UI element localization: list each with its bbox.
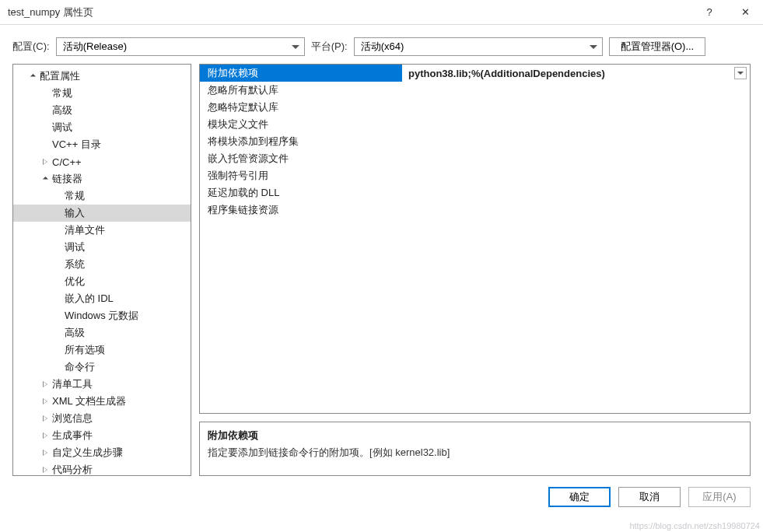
tree-item-linker-input[interactable]: 输入 (13, 205, 191, 222)
apply-button: 应用(A) (688, 487, 751, 507)
grid-row[interactable]: 延迟加载的 DLL (200, 184, 750, 201)
property-grid[interactable]: 附加依赖项 python38.lib;%(AdditionalDependenc… (199, 64, 751, 414)
grid-key: 延迟加载的 DLL (200, 186, 402, 200)
config-manager-button[interactable]: 配置管理器(O)... (609, 37, 706, 56)
tree-label: 嵌入的 IDL (65, 292, 114, 306)
tree-label: Windows 元数据 (65, 309, 138, 323)
grid-key: 忽略所有默认库 (200, 83, 402, 97)
tree-item-linker-adv[interactable]: 高级 (13, 324, 191, 341)
cancel-button[interactable]: 取消 (618, 487, 681, 507)
window-title: test_numpy 属性页 (8, 5, 691, 19)
tree-label: 常规 (52, 86, 72, 100)
close-icon: ✕ (741, 6, 750, 18)
toolbar: 配置(C): 活动(Release) 平台(P): 活动(x64) 配置管理器(… (0, 25, 763, 64)
collapse-icon[interactable] (40, 156, 51, 167)
platform-label: 平台(P): (311, 40, 348, 54)
tree-item-linker-manifest[interactable]: 清单文件 (13, 222, 191, 239)
dropdown-icon[interactable] (734, 67, 747, 79)
grid-key: 嵌入托管资源文件 (200, 152, 402, 166)
watermark: https://blog.csdn.net/zsh19980724 (629, 521, 760, 530)
tree-item-linker-allopts[interactable]: 所有选项 (13, 341, 191, 359)
tree-item-xmldoc[interactable]: XML 文档生成器 (13, 393, 191, 410)
tree-label: 调试 (52, 121, 72, 135)
config-combo[interactable]: 活动(Release) (56, 37, 305, 56)
collapse-icon[interactable] (40, 413, 51, 424)
grid-row[interactable]: 模块定义文件 (200, 116, 750, 133)
grid-row[interactable]: 将模块添加到程序集 (200, 133, 750, 150)
collapse-icon[interactable] (40, 447, 51, 458)
tree-item-linker-optim[interactable]: 优化 (13, 273, 191, 290)
chevron-down-icon (590, 45, 597, 49)
tree-label: 配置属性 (40, 69, 80, 83)
grid-row[interactable]: 程序集链接资源 (200, 201, 750, 219)
tree-item-root[interactable]: 配置属性 (13, 68, 191, 85)
platform-value: 活动(x64) (361, 40, 404, 54)
tree-label: 浏览信息 (52, 411, 93, 425)
tree-item-linker-cmd[interactable]: 命令行 (13, 359, 191, 376)
tree-item-codeanalysis[interactable]: 代码分析 (13, 461, 191, 476)
tree-label: 链接器 (52, 172, 82, 186)
tree-item-custombuild[interactable]: 自定义生成步骤 (13, 444, 191, 461)
tree-item-browse[interactable]: 浏览信息 (13, 410, 191, 427)
grid-row[interactable]: 强制符号引用 (200, 167, 750, 184)
close-button[interactable]: ✕ (727, 0, 763, 25)
grid-row[interactable]: 嵌入托管资源文件 (200, 150, 750, 167)
expand-icon[interactable] (40, 173, 51, 184)
collapse-icon[interactable] (40, 379, 51, 390)
tree-item-advanced[interactable]: 高级 (13, 102, 191, 119)
tree-item-linker-general[interactable]: 常规 (13, 187, 191, 205)
ok-button[interactable]: 确定 (548, 487, 611, 507)
config-label: 配置(C): (12, 40, 50, 54)
tree-item-linker[interactable]: 链接器 (13, 170, 191, 187)
tree-label: 代码分析 (52, 463, 93, 476)
grid-key: 模块定义文件 (200, 117, 402, 131)
grid-value-text: python38.lib;%(AdditionalDependencies) (408, 68, 605, 79)
tree-item-linker-system[interactable]: 系统 (13, 256, 191, 273)
tree-label: 调试 (65, 240, 85, 254)
tree-item-ccpp[interactable]: C/C++ (13, 153, 191, 170)
description-title: 附加依赖项 (208, 429, 742, 443)
tree-label: XML 文档生成器 (52, 394, 126, 408)
grid-key: 将模块添加到程序集 (200, 135, 402, 149)
tree-item-debug[interactable]: 调试 (13, 119, 191, 136)
collapse-icon[interactable] (40, 430, 51, 441)
tree-label: 所有选项 (65, 343, 105, 357)
tree-label: 生成事件 (52, 429, 93, 443)
footer: 确定 取消 应用(A) (0, 476, 763, 518)
right-panel: 附加依赖项 python38.lib;%(AdditionalDependenc… (199, 64, 751, 476)
collapse-icon[interactable] (40, 396, 51, 407)
grid-key: 忽略特定默认库 (200, 100, 402, 114)
grid-row[interactable]: 忽略所有默认库 (200, 82, 750, 99)
tree-item-linker-idl[interactable]: 嵌入的 IDL (13, 290, 191, 307)
tree-label: C/C++ (52, 156, 82, 168)
tree-label: 命令行 (65, 360, 95, 374)
grid-value[interactable]: python38.lib;%(AdditionalDependencies) (402, 65, 750, 82)
help-icon: ? (706, 6, 712, 18)
collapse-icon[interactable] (40, 464, 51, 475)
config-value: 活动(Release) (63, 40, 127, 54)
grid-row[interactable]: 忽略特定默认库 (200, 99, 750, 116)
tree-panel[interactable]: 配置属性 常规 高级 调试 VC++ 目录 C/C++ 链接器 常规 输入 清单… (12, 64, 191, 476)
grid-key: 程序集链接资源 (200, 203, 402, 217)
tree-label: 高级 (52, 103, 72, 117)
tree-label: 高级 (65, 326, 85, 340)
expand-icon[interactable] (27, 71, 38, 82)
grid-row-additional-deps[interactable]: 附加依赖项 python38.lib;%(AdditionalDependenc… (200, 65, 750, 82)
tree-label: VC++ 目录 (52, 138, 101, 152)
tree-item-linker-winmeta[interactable]: Windows 元数据 (13, 307, 191, 324)
tree-label: 输入 (65, 206, 85, 220)
grid-key: 附加依赖项 (200, 66, 402, 80)
help-button[interactable]: ? (691, 0, 727, 25)
tree-item-linker-debug[interactable]: 调试 (13, 239, 191, 256)
tree-label: 常规 (65, 189, 85, 203)
tree-item-general[interactable]: 常规 (13, 85, 191, 102)
grid-key: 强制符号引用 (200, 169, 402, 183)
titlebar: test_numpy 属性页 ? ✕ (0, 0, 763, 25)
platform-combo[interactable]: 活动(x64) (354, 37, 603, 56)
chevron-down-icon (292, 45, 299, 49)
tree-item-buildevents[interactable]: 生成事件 (13, 427, 191, 444)
description-panel: 附加依赖项 指定要添加到链接命令行的附加项。[例如 kernel32.lib] (199, 422, 751, 476)
tree-item-manifest-tool[interactable]: 清单工具 (13, 376, 191, 393)
tree-label: 清单文件 (65, 223, 105, 237)
tree-item-vcdirs[interactable]: VC++ 目录 (13, 136, 191, 153)
